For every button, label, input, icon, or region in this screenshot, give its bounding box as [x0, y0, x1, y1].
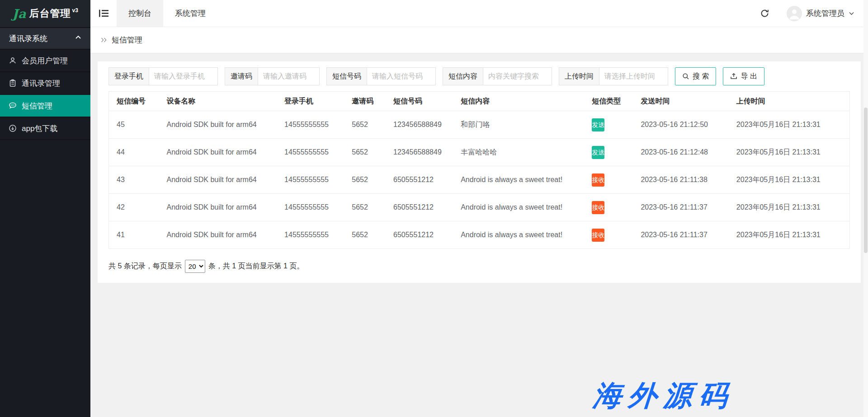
sms-table: 短信编号 设备名称 登录手机 邀请码 短信号码 短信内容 短信类型 发送时间 上…: [108, 91, 850, 249]
filter-login-phone: 登录手机: [108, 67, 218, 85]
filter-invite-code: 邀请码: [225, 67, 320, 85]
scrollbar-thumb[interactable]: [864, 108, 868, 253]
app-logo: Ja 后台管理 v3: [0, 0, 90, 27]
filter-sms-content: 短信内容: [443, 67, 552, 85]
cell-upload-time: 2023年05月16日 21:13:31: [732, 111, 850, 139]
sms-chat-icon: [9, 102, 17, 110]
cell-send-time: 2023-05-16 21:12:50: [636, 111, 731, 139]
cell-upload-time: 2023年05月16日 21:13:31: [732, 139, 850, 166]
sms-number-input[interactable]: [367, 67, 436, 85]
sidebar-item-sms[interactable]: 短信管理: [0, 95, 90, 117]
cell-sms-content: 和部门咯: [456, 111, 587, 139]
tab-label: 控制台: [128, 8, 151, 19]
search-button[interactable]: 搜 索: [675, 67, 716, 85]
user-icon: [9, 56, 17, 65]
table-row: 44 Android SDK built for arm64 145555555…: [109, 139, 850, 166]
cell-sms-type: 接收: [587, 166, 636, 194]
navbar-right: 系统管理员: [760, 0, 868, 27]
cell-device-name: Android SDK built for arm64: [162, 111, 280, 139]
sidebar-item-member-users[interactable]: 会员用户管理: [0, 50, 90, 72]
table-row: 43 Android SDK built for arm64 145555555…: [109, 166, 850, 194]
cell-invite-code: 5652: [347, 166, 389, 194]
collapse-sidebar-icon[interactable]: [90, 0, 117, 27]
sms-panel: 登录手机 邀请码 短信号码 短信内容: [98, 61, 861, 283]
page-size-select[interactable]: 20: [185, 260, 205, 273]
col-sms-content: 短信内容: [456, 92, 587, 111]
tab-label: 系统管理: [175, 8, 206, 19]
scrollbar-track[interactable]: [863, 0, 868, 417]
breadcrumb-current: 短信管理: [112, 35, 142, 45]
app-version: v3: [72, 7, 78, 14]
cell-sms-id: 43: [109, 166, 162, 194]
sms-type-badge: 发送: [592, 118, 604, 131]
search-icon: [682, 73, 689, 80]
sidebar: Ja 后台管理 v3 通讯录系统 会员用户管理 通讯录管理: [0, 0, 90, 417]
cell-sms-number: 123456588849: [389, 111, 456, 139]
chevron-down-icon: [849, 10, 854, 16]
cell-login-phone: 14555555555: [280, 221, 347, 249]
cell-sms-type: 发送: [587, 139, 636, 166]
export-icon: [730, 73, 737, 80]
watermark-text: 海外源码: [592, 376, 736, 415]
pagination-prefix: 共 5 条记录，每页显示: [108, 262, 182, 271]
cell-sms-content: 丰富哈哈哈: [456, 139, 587, 166]
cell-sms-number: 6505551212: [389, 194, 456, 221]
main-area: 控制台 系统管理 系统管理员: [90, 0, 868, 417]
col-login-phone: 登录手机: [280, 92, 347, 111]
cell-login-phone: 14555555555: [280, 166, 347, 194]
cell-sms-type: 发送: [587, 111, 636, 139]
top-navbar: 控制台 系统管理 系统管理员: [90, 0, 868, 27]
filter-sms-number: 短信号码: [326, 67, 436, 85]
sidebar-item-contacts[interactable]: 通讯录管理: [0, 72, 90, 95]
export-button[interactable]: 导 出: [723, 67, 764, 85]
filter-label: 邀请码: [225, 67, 258, 85]
cell-login-phone: 14555555555: [280, 111, 347, 139]
col-sms-number: 短信号码: [389, 92, 456, 111]
invite-code-input[interactable]: [258, 67, 320, 85]
sidebar-section-contacts-system[interactable]: 通讯录系统: [0, 27, 90, 50]
cell-sms-number: 6505551212: [389, 221, 456, 249]
cell-device-name: Android SDK built for arm64: [162, 139, 280, 166]
cell-device-name: Android SDK built for arm64: [162, 166, 280, 194]
cell-send-time: 2023-05-16 21:11:37: [636, 194, 731, 221]
filter-label: 短信内容: [443, 67, 483, 85]
login-phone-input[interactable]: [149, 67, 218, 85]
sidebar-item-label: 短信管理: [22, 101, 52, 111]
cell-upload-time: 2023年05月16日 21:13:31: [732, 166, 850, 194]
chevron-up-icon: [75, 34, 81, 43]
sms-content-input[interactable]: [483, 67, 552, 85]
col-send-time: 发送时间: [636, 92, 731, 111]
filter-label: 登录手机: [108, 67, 149, 85]
sidebar-item-label: 通讯录管理: [22, 78, 60, 89]
col-sms-type: 短信类型: [587, 92, 636, 111]
cell-sms-number: 6505551212: [389, 166, 456, 194]
user-menu[interactable]: 系统管理员: [787, 6, 854, 21]
sidebar-item-app-download[interactable]: app包下载: [0, 117, 90, 140]
app-title: 后台管理: [29, 7, 71, 20]
tab-system-management[interactable]: 系统管理: [163, 0, 217, 27]
cell-login-phone: 14555555555: [280, 194, 347, 221]
sidebar-filler: [0, 140, 90, 417]
cell-sms-type: 接收: [587, 221, 636, 249]
cell-invite-code: 5652: [347, 194, 389, 221]
tab-console[interactable]: 控制台: [117, 0, 163, 27]
cell-invite-code: 5652: [347, 111, 389, 139]
pagination-suffix: 条，共 1 页当前显示第 1 页。: [208, 262, 304, 271]
cell-sms-id: 44: [109, 139, 162, 166]
cell-invite-code: 5652: [347, 139, 389, 166]
content-area: 登录手机 邀请码 短信号码 短信内容: [90, 53, 868, 417]
table-row: 45 Android SDK built for arm64 145555555…: [109, 111, 850, 139]
refresh-icon[interactable]: [760, 9, 769, 18]
clipboard-icon: [9, 79, 17, 87]
breadcrumb: 短信管理: [90, 27, 868, 53]
col-invite-code: 邀请码: [347, 92, 389, 111]
cell-sms-content: Android is always a sweet treat!: [456, 221, 587, 249]
cell-send-time: 2023-05-16 21:12:48: [636, 139, 731, 166]
upload-time-input[interactable]: [599, 67, 668, 85]
search-button-label: 搜 索: [693, 72, 709, 81]
sms-type-badge: 接收: [592, 201, 604, 214]
col-device-name: 设备名称: [162, 92, 280, 111]
cell-sms-number: 123456588849: [389, 139, 456, 166]
filter-label: 短信号码: [326, 67, 367, 85]
table-body: 45 Android SDK built for arm64 145555555…: [109, 111, 850, 249]
